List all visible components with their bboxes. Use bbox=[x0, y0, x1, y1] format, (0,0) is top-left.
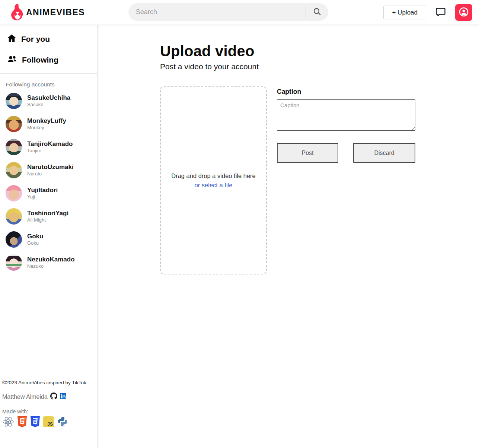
made-with-label: Made with: bbox=[2, 409, 86, 414]
account-avatar bbox=[6, 231, 22, 248]
account-username: Tanjiro bbox=[27, 148, 73, 154]
caption-textarea[interactable] bbox=[277, 99, 415, 131]
search-icon bbox=[313, 7, 322, 17]
sidebar-item-for-you[interactable]: For you bbox=[0, 29, 97, 50]
following-accounts-heading: Following accounts bbox=[6, 81, 97, 88]
tech-icons: JS bbox=[2, 416, 86, 427]
account-avatar bbox=[6, 254, 22, 271]
account-row[interactable]: TanjiroKamado Tanjiro bbox=[0, 136, 97, 159]
brand-logo[interactable]: ANIMEVIBES bbox=[10, 4, 85, 21]
user-icon bbox=[459, 7, 469, 18]
copyright-text: ©2023 AnimeVibes inspired by TikTok bbox=[2, 380, 86, 385]
account-avatar bbox=[6, 93, 22, 109]
github-icon bbox=[50, 393, 57, 401]
search-button[interactable] bbox=[306, 3, 328, 21]
author-name: Matthew Almeida bbox=[2, 394, 48, 400]
account-username: Yuji bbox=[27, 194, 58, 200]
caption-label: Caption bbox=[277, 88, 301, 96]
search-bar bbox=[128, 3, 328, 21]
people-icon bbox=[7, 54, 17, 66]
account-name: NarutoUzumaki bbox=[27, 163, 74, 171]
linkedin-icon bbox=[60, 393, 66, 401]
header: ANIMEVIBES + Upload bbox=[0, 0, 479, 25]
account-username: Sasuke bbox=[27, 102, 70, 108]
account-row[interactable]: YujiItadori Yuji bbox=[0, 182, 97, 205]
account-username: Monkey bbox=[27, 125, 66, 131]
account-name: Goku bbox=[27, 232, 43, 240]
upload-button[interactable]: + Upload bbox=[383, 6, 426, 19]
css3-icon bbox=[30, 416, 40, 427]
react-icon bbox=[2, 416, 14, 427]
account-name: YujiItadori bbox=[27, 186, 58, 194]
account-row[interactable]: NezukoKamado Nezuko bbox=[0, 251, 97, 274]
sidebar-divider bbox=[0, 73, 97, 74]
profile-button[interactable] bbox=[455, 4, 472, 21]
brand-name: ANIMEVIBES bbox=[26, 7, 85, 18]
header-actions: + Upload bbox=[383, 0, 472, 25]
sidebar-item-label: Following bbox=[22, 55, 58, 64]
messages-button[interactable] bbox=[435, 6, 446, 19]
page-title: Upload video bbox=[160, 43, 255, 60]
flame-icon bbox=[10, 4, 25, 21]
account-name: TanjiroKamado bbox=[27, 140, 73, 148]
linkedin-link[interactable] bbox=[60, 393, 66, 401]
video-dropzone[interactable]: Drag and drop a video file here or selec… bbox=[160, 86, 267, 274]
account-row[interactable]: NarutoUzumaki Naruto bbox=[0, 159, 97, 182]
account-row[interactable]: ToshinoriYagi All Might bbox=[0, 205, 97, 228]
dropzone-text: Drag and drop a video file here bbox=[171, 172, 256, 179]
javascript-icon: JS bbox=[43, 416, 54, 427]
sidebar-footer: ©2023 AnimeVibes inspired by TikTok Matt… bbox=[2, 380, 86, 427]
select-file-link[interactable]: or select a file bbox=[195, 182, 233, 189]
account-avatar bbox=[6, 116, 22, 132]
upload-page: Upload video Post a video to your accoun… bbox=[98, 25, 479, 448]
account-row[interactable]: SasukeUchiha Sasuke bbox=[0, 89, 97, 112]
account-row[interactable]: Goku Goku bbox=[0, 228, 97, 251]
chat-bubble-icon bbox=[435, 6, 446, 19]
account-username: Nezuko bbox=[27, 263, 75, 270]
github-link[interactable] bbox=[50, 393, 57, 401]
sidebar-item-following[interactable]: Following bbox=[0, 50, 97, 70]
search-input[interactable] bbox=[128, 3, 306, 21]
account-username: All Might bbox=[27, 217, 68, 223]
account-row[interactable]: MonkeyLuffy Monkey bbox=[0, 112, 97, 136]
home-icon bbox=[7, 34, 16, 45]
account-avatar bbox=[6, 208, 22, 225]
account-avatar bbox=[6, 139, 22, 155]
account-name: NezukoKamado bbox=[27, 255, 75, 263]
account-name: SasukeUchiha bbox=[27, 94, 70, 102]
account-username: Goku bbox=[27, 240, 43, 247]
sidebar-item-label: For you bbox=[21, 35, 50, 44]
page-subtitle: Post a video to your account bbox=[160, 62, 259, 71]
account-name: MonkeyLuffy bbox=[27, 117, 66, 125]
account-username: Naruto bbox=[27, 171, 74, 177]
discard-button[interactable]: Discard bbox=[353, 143, 415, 163]
python-icon bbox=[57, 416, 68, 427]
account-name: ToshinoriYagi bbox=[27, 209, 68, 217]
sidebar: For you Following Following accounts Sas… bbox=[0, 25, 98, 448]
html5-icon bbox=[17, 416, 27, 427]
post-button[interactable]: Post bbox=[277, 143, 338, 163]
account-avatar bbox=[6, 185, 22, 201]
following-accounts-list: SasukeUchiha Sasuke MonkeyLuffy Monkey T… bbox=[0, 89, 97, 274]
account-avatar bbox=[6, 162, 22, 178]
svg-text:JS: JS bbox=[47, 422, 53, 427]
